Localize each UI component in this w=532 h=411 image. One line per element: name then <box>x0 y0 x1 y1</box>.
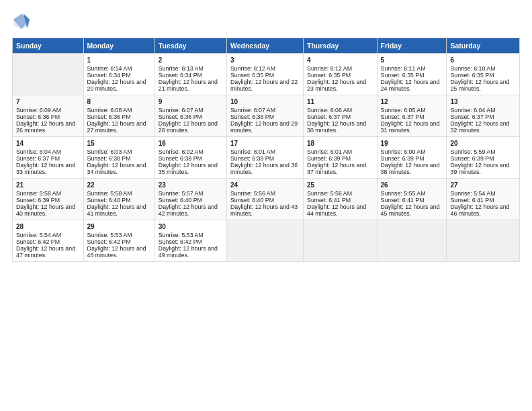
col-header-saturday: Saturday <box>447 38 520 54</box>
calendar-cell: 23Sunrise: 5:57 AMSunset: 6:40 PMDayligh… <box>154 179 226 220</box>
sunset-text: Sunset: 6:35 PM <box>230 72 300 79</box>
calendar-cell: 8Sunrise: 6:08 AMSunset: 6:36 PMDaylight… <box>83 95 154 137</box>
sunrise-text: Sunrise: 5:58 AM <box>16 190 80 197</box>
day-number: 14 <box>16 140 80 147</box>
calendar-cell: 27Sunrise: 5:54 AMSunset: 6:41 PMDayligh… <box>447 179 520 220</box>
daylight-text: Daylight: 12 hours and 22 minutes. <box>230 79 300 92</box>
day-number: 4 <box>307 56 373 64</box>
day-number: 23 <box>159 181 223 189</box>
sunset-text: Sunset: 6:38 PM <box>159 155 223 162</box>
sunrise-text: Sunrise: 5:53 AM <box>159 232 223 238</box>
week-row-4: 21Sunrise: 5:58 AMSunset: 6:39 PMDayligh… <box>13 179 520 220</box>
col-header-thursday: Thursday <box>304 38 377 54</box>
sunrise-text: Sunrise: 6:04 AM <box>16 148 80 155</box>
daylight-text: Daylight: 12 hours and 48 minutes. <box>87 245 151 259</box>
day-number: 21 <box>16 181 80 189</box>
daylight-text: Daylight: 12 hours and 32 minutes. <box>450 120 516 134</box>
daylight-text: Daylight: 12 hours and 44 minutes. <box>307 203 373 217</box>
week-row-5: 28Sunrise: 5:54 AMSunset: 6:42 PMDayligh… <box>13 220 520 262</box>
day-number: 22 <box>87 181 151 189</box>
sunset-text: Sunset: 6:39 PM <box>16 197 80 203</box>
day-number: 6 <box>450 56 516 64</box>
sunset-text: Sunset: 6:35 PM <box>381 72 443 79</box>
page: SundayMondayTuesdayWednesdayThursdayFrid… <box>0 0 532 411</box>
sunrise-text: Sunrise: 5:56 AM <box>307 190 373 197</box>
calendar-cell: 22Sunrise: 5:58 AMSunset: 6:40 PMDayligh… <box>83 179 154 220</box>
day-number: 2 <box>159 56 223 64</box>
sunrise-text: Sunrise: 6:12 AM <box>230 65 300 72</box>
calendar-cell <box>226 220 303 262</box>
sunset-text: Sunset: 6:38 PM <box>230 155 300 162</box>
day-number: 5 <box>381 56 443 64</box>
sunset-text: Sunset: 6:34 PM <box>87 72 151 79</box>
sunset-text: Sunset: 6:41 PM <box>307 197 373 203</box>
daylight-text: Daylight: 12 hours and 42 minutes. <box>159 203 223 217</box>
col-header-wednesday: Wednesday <box>226 38 303 54</box>
daylight-text: Daylight: 12 hours and 20 minutes. <box>87 79 151 92</box>
day-number: 10 <box>230 98 300 105</box>
calendar-cell: 20Sunrise: 5:59 AMSunset: 6:39 PMDayligh… <box>447 137 520 179</box>
sunrise-text: Sunrise: 5:58 AM <box>87 190 151 197</box>
week-row-1: 1Sunrise: 6:14 AMSunset: 6:34 PMDaylight… <box>13 54 520 95</box>
header-row: SundayMondayTuesdayWednesdayThursdayFrid… <box>13 38 520 54</box>
sunrise-text: Sunrise: 6:00 AM <box>381 148 443 155</box>
calendar-cell: 1Sunrise: 6:14 AMSunset: 6:34 PMDaylight… <box>83 54 154 95</box>
daylight-text: Daylight: 12 hours and 28 minutes. <box>159 120 223 134</box>
daylight-text: Daylight: 12 hours and 34 minutes. <box>87 162 151 175</box>
calendar-cell: 28Sunrise: 5:54 AMSunset: 6:42 PMDayligh… <box>13 220 84 262</box>
day-number: 27 <box>450 181 516 189</box>
daylight-text: Daylight: 12 hours and 21 minutes. <box>159 79 223 92</box>
day-number: 7 <box>16 98 80 105</box>
calendar-cell: 6Sunrise: 6:10 AMSunset: 6:35 PMDaylight… <box>447 54 520 95</box>
sunrise-text: Sunrise: 6:08 AM <box>87 107 151 113</box>
sunset-text: Sunset: 6:41 PM <box>450 197 516 203</box>
daylight-text: Daylight: 12 hours and 38 minutes. <box>381 162 443 175</box>
calendar-cell: 2Sunrise: 6:13 AMSunset: 6:34 PMDaylight… <box>154 54 226 95</box>
daylight-text: Daylight: 12 hours and 23 minutes. <box>307 79 373 92</box>
sunrise-text: Sunrise: 5:54 AM <box>450 190 516 197</box>
sunset-text: Sunset: 6:37 PM <box>16 155 80 162</box>
calendar-cell: 3Sunrise: 6:12 AMSunset: 6:35 PMDaylight… <box>226 54 303 95</box>
daylight-text: Daylight: 12 hours and 30 minutes. <box>307 120 373 134</box>
daylight-text: Daylight: 12 hours and 39 minutes. <box>450 162 516 175</box>
sunrise-text: Sunrise: 5:59 AM <box>450 148 516 155</box>
calendar-cell: 7Sunrise: 6:09 AMSunset: 6:36 PMDaylight… <box>13 95 84 137</box>
daylight-text: Daylight: 12 hours and 26 minutes. <box>16 120 80 134</box>
sunset-text: Sunset: 6:42 PM <box>16 238 80 245</box>
calendar-cell <box>447 220 520 262</box>
daylight-text: Daylight: 12 hours and 43 minutes. <box>230 203 300 217</box>
calendar-cell <box>304 220 377 262</box>
day-number: 15 <box>87 140 151 147</box>
calendar-cell <box>377 220 447 262</box>
calendar-cell: 5Sunrise: 6:11 AMSunset: 6:35 PMDaylight… <box>377 54 447 95</box>
daylight-text: Daylight: 12 hours and 25 minutes. <box>450 79 516 92</box>
sunrise-text: Sunrise: 6:01 AM <box>230 148 300 155</box>
sunset-text: Sunset: 6:36 PM <box>87 113 151 120</box>
day-number: 13 <box>450 98 516 105</box>
daylight-text: Daylight: 12 hours and 36 minutes. <box>230 162 300 175</box>
day-number: 19 <box>381 140 443 147</box>
day-number: 1 <box>87 56 151 64</box>
daylight-text: Daylight: 12 hours and 31 minutes. <box>381 120 443 134</box>
day-number: 16 <box>159 140 223 147</box>
sunrise-text: Sunrise: 6:13 AM <box>159 65 223 72</box>
day-number: 29 <box>87 223 151 230</box>
day-number: 11 <box>307 98 373 105</box>
day-number: 9 <box>159 98 223 105</box>
header <box>12 12 520 31</box>
calendar-cell: 30Sunrise: 5:53 AMSunset: 6:42 PMDayligh… <box>154 220 226 262</box>
calendar-cell: 14Sunrise: 6:04 AMSunset: 6:37 PMDayligh… <box>13 137 84 179</box>
col-header-tuesday: Tuesday <box>154 38 226 54</box>
sunrise-text: Sunrise: 5:56 AM <box>230 190 300 197</box>
sunrise-text: Sunrise: 6:14 AM <box>87 65 151 72</box>
daylight-text: Daylight: 12 hours and 46 minutes. <box>450 203 516 217</box>
col-header-monday: Monday <box>83 38 154 54</box>
sunrise-text: Sunrise: 5:55 AM <box>381 190 443 197</box>
sunset-text: Sunset: 6:38 PM <box>87 155 151 162</box>
sunrise-text: Sunrise: 6:09 AM <box>16 107 80 113</box>
sunrise-text: Sunrise: 6:06 AM <box>307 107 373 113</box>
daylight-text: Daylight: 12 hours and 41 minutes. <box>87 203 151 217</box>
logo-icon <box>12 12 31 31</box>
daylight-text: Daylight: 12 hours and 27 minutes. <box>87 120 151 134</box>
calendar-table: SundayMondayTuesdayWednesdayThursdayFrid… <box>12 38 520 262</box>
